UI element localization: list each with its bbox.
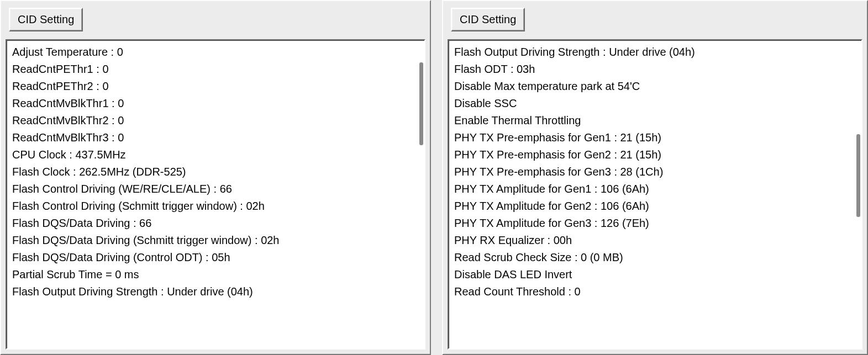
cid-listbox-right[interactable]: Flash Output Driving Strength : Under dr… xyxy=(448,39,862,349)
list-item[interactable]: ReadCntMvBlkThr1 : 0 xyxy=(12,95,419,112)
cid-setting-button-left[interactable]: CID Setting xyxy=(9,8,83,31)
left-panel: CID Setting Adjust Temperature : 0 ReadC… xyxy=(0,0,431,355)
list-item[interactable]: Adjust Temperature : 0 xyxy=(12,44,419,61)
list-item[interactable]: PHY TX Amplitude for Gen2 : 106 (6Ah) xyxy=(454,198,856,215)
list-item[interactable]: Flash ODT : 03h xyxy=(454,61,856,78)
list-item[interactable]: Flash DQS/Data Driving (Control ODT) : 0… xyxy=(12,249,419,266)
list-item[interactable]: Flash DQS/Data Driving : 66 xyxy=(12,215,419,232)
list-item[interactable]: PHY RX Equalizer : 00h xyxy=(454,232,856,249)
list-item[interactable]: PHY TX Pre-emphasis for Gen1 : 21 (15h) xyxy=(454,129,856,146)
list-item[interactable]: PHY TX Amplitude for Gen3 : 126 (7Eh) xyxy=(454,215,856,232)
cid-setting-button-right[interactable]: CID Setting xyxy=(451,8,525,31)
cid-list-content-left: Adjust Temperature : 0 ReadCntPEThr1 : 0… xyxy=(12,44,419,300)
list-item[interactable]: ReadCntMvBlkThr2 : 0 xyxy=(12,112,419,129)
list-item[interactable]: ReadCntPEThr1 : 0 xyxy=(12,61,419,78)
list-item[interactable]: ReadCntPEThr2 : 0 xyxy=(12,78,419,95)
list-item[interactable]: Read Count Threshold : 0 xyxy=(454,283,856,300)
page-root: CID Setting Adjust Temperature : 0 ReadC… xyxy=(0,0,868,355)
list-item[interactable]: Flash Output Driving Strength : Under dr… xyxy=(12,283,419,300)
list-item[interactable]: Disable DAS LED Invert xyxy=(454,266,856,283)
list-item[interactable]: Flash Clock : 262.5MHz (DDR-525) xyxy=(12,163,419,181)
right-panel: CID Setting Flash Output Driving Strengt… xyxy=(442,0,868,355)
list-item[interactable]: Flash Output Driving Strength : Under dr… xyxy=(454,44,856,61)
list-item[interactable]: Enable Thermal Throttling xyxy=(454,112,856,129)
list-item[interactable]: CPU Clock : 437.5MHz xyxy=(12,146,419,163)
list-item[interactable]: ReadCntMvBlkThr3 : 0 xyxy=(12,129,419,146)
list-item[interactable]: Flash Control Driving (WE/RE/CLE/ALE) : … xyxy=(12,181,419,198)
list-item[interactable]: PHY TX Pre-emphasis for Gen2 : 21 (15h) xyxy=(454,146,856,163)
list-item[interactable]: PHY TX Pre-emphasis for Gen3 : 28 (1Ch) xyxy=(454,163,856,181)
cid-listbox-left[interactable]: Adjust Temperature : 0 ReadCntPEThr1 : 0… xyxy=(6,39,425,349)
cid-list-content-right: Flash Output Driving Strength : Under dr… xyxy=(454,44,856,300)
list-item[interactable]: Disable SSC xyxy=(454,95,856,112)
list-item[interactable]: Partial Scrub Time = 0 ms xyxy=(12,266,419,283)
list-item[interactable]: PHY TX Amplitude for Gen1 : 106 (6Ah) xyxy=(454,181,856,198)
scrollbar-thumb-left[interactable] xyxy=(419,62,423,145)
list-item[interactable]: Flash Control Driving (Schmitt trigger w… xyxy=(12,198,419,215)
list-item[interactable]: Flash DQS/Data Driving (Schmitt trigger … xyxy=(12,232,419,249)
scrollbar-thumb-right[interactable] xyxy=(856,134,860,217)
list-item[interactable]: Disable Max temperature park at 54'C xyxy=(454,78,856,95)
list-item[interactable]: Read Scrub Check Size : 0 (0 MB) xyxy=(454,249,856,266)
